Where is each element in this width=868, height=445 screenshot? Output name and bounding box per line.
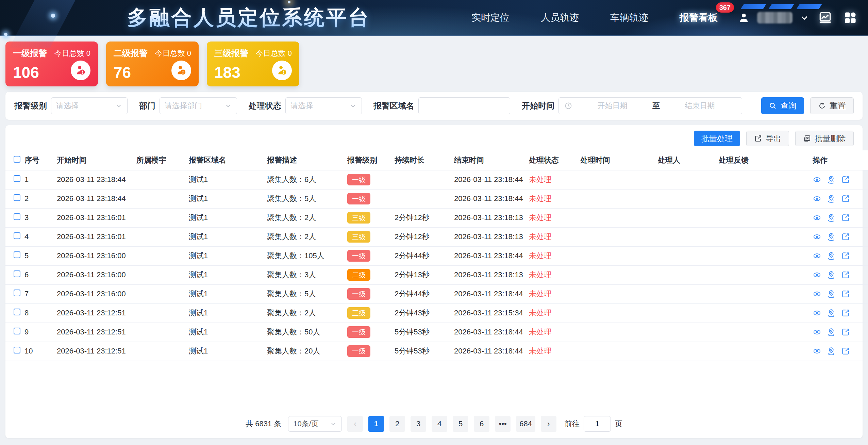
page-button[interactable]: 5 bbox=[453, 416, 468, 432]
select-all-checkbox[interactable] bbox=[14, 156, 20, 163]
edit-icon[interactable] bbox=[841, 232, 850, 241]
cell-building bbox=[136, 170, 189, 189]
row-checkbox[interactable] bbox=[14, 213, 20, 220]
row-checkbox[interactable] bbox=[14, 309, 20, 315]
nav-item-person-track[interactable]: 人员轨迹 bbox=[541, 11, 579, 24]
handle-status-select[interactable]: 请选择 bbox=[285, 97, 362, 114]
glow-dot bbox=[4, 33, 7, 36]
locate-pin-icon[interactable] bbox=[827, 251, 836, 260]
cell-no: 10 bbox=[24, 342, 57, 361]
monitor-chart-icon[interactable] bbox=[816, 9, 834, 27]
locate-pin-icon[interactable] bbox=[827, 290, 836, 298]
cell-handler bbox=[658, 323, 719, 342]
user-name-blurred[interactable] bbox=[757, 12, 792, 23]
edit-icon[interactable] bbox=[841, 213, 850, 222]
more-pages-button[interactable]: ••• bbox=[495, 416, 511, 432]
view-eye-icon[interactable] bbox=[813, 270, 821, 279]
nav-item-alarm-board[interactable]: 报警看板 367 bbox=[680, 11, 718, 24]
edit-icon[interactable] bbox=[841, 309, 850, 317]
card-level2-alarm[interactable]: 二级报警 今日总数 0 76 bbox=[106, 42, 199, 86]
end-date-placeholder: 结束日期 bbox=[663, 101, 736, 111]
app-grid-icon[interactable] bbox=[841, 9, 859, 27]
page-button[interactable]: 1 bbox=[368, 416, 384, 432]
edit-icon[interactable] bbox=[841, 175, 850, 184]
nav-item-realtime-location[interactable]: 实时定位 bbox=[471, 11, 510, 24]
view-eye-icon[interactable] bbox=[813, 309, 821, 317]
view-eye-icon[interactable] bbox=[813, 328, 821, 336]
card-label: 二级报警 bbox=[114, 48, 148, 59]
date-range-picker[interactable]: 开始日期 至 结束日期 bbox=[558, 97, 742, 114]
view-eye-icon[interactable] bbox=[813, 290, 821, 298]
row-checkbox[interactable] bbox=[14, 328, 20, 334]
page-button[interactable]: 6 bbox=[474, 416, 489, 432]
locate-pin-icon[interactable] bbox=[827, 347, 836, 356]
level-badge: 一级 bbox=[347, 193, 370, 204]
page-button[interactable]: 2 bbox=[389, 416, 405, 432]
cell-area: 测试1 bbox=[189, 189, 267, 208]
table-toolbar: 批量处理 导出 批量删除 bbox=[5, 125, 863, 150]
row-checkbox[interactable] bbox=[14, 194, 20, 201]
last-page-button[interactable]: 684 bbox=[516, 416, 535, 432]
edit-icon[interactable] bbox=[841, 251, 850, 260]
locate-pin-icon[interactable] bbox=[827, 309, 836, 317]
start-date-placeholder: 开始日期 bbox=[576, 101, 649, 111]
alarm-level-select[interactable]: 请选择 bbox=[51, 97, 128, 114]
locate-pin-icon[interactable] bbox=[827, 194, 836, 203]
cell-status: 未处理 bbox=[529, 303, 580, 323]
view-eye-icon[interactable] bbox=[813, 175, 821, 184]
batch-delete-button[interactable]: 批量删除 bbox=[795, 131, 854, 146]
locate-pin-icon[interactable] bbox=[827, 270, 836, 279]
reset-button[interactable]: 重置 bbox=[810, 97, 854, 114]
cell-area: 测试1 bbox=[189, 323, 267, 342]
card-level3-alarm[interactable]: 三级报警 今日总数 0 183 bbox=[207, 42, 299, 86]
next-page-button[interactable]: › bbox=[541, 416, 556, 432]
edit-icon[interactable] bbox=[841, 270, 850, 279]
glow-dot bbox=[51, 14, 55, 18]
cell-status: 未处理 bbox=[529, 284, 580, 303]
page-button[interactable]: 3 bbox=[411, 416, 426, 432]
alarm-person-icon bbox=[272, 61, 292, 80]
view-eye-icon[interactable] bbox=[813, 213, 821, 222]
page-size-select[interactable]: 10条/页 bbox=[288, 416, 342, 432]
cell-handler bbox=[658, 342, 719, 361]
view-eye-icon[interactable] bbox=[813, 194, 821, 203]
cell-building bbox=[136, 227, 189, 246]
cell-status: 未处理 bbox=[529, 189, 580, 208]
edit-icon[interactable] bbox=[841, 194, 850, 203]
page-size-value: 10条/页 bbox=[293, 419, 319, 429]
row-checkbox[interactable] bbox=[14, 251, 20, 258]
row-checkbox[interactable] bbox=[14, 270, 20, 277]
search-button[interactable]: 查询 bbox=[761, 97, 804, 114]
cell-no: 3 bbox=[24, 208, 57, 227]
nav-item-vehicle-track[interactable]: 车辆轨迹 bbox=[610, 11, 648, 24]
locate-pin-icon[interactable] bbox=[827, 175, 836, 184]
cell-no: 2 bbox=[24, 189, 57, 208]
date-to-label: 至 bbox=[652, 101, 660, 111]
edit-icon[interactable] bbox=[841, 347, 850, 356]
view-eye-icon[interactable] bbox=[813, 251, 821, 260]
locate-pin-icon[interactable] bbox=[827, 232, 836, 241]
cell-feedback bbox=[719, 265, 813, 284]
view-eye-icon[interactable] bbox=[813, 347, 821, 356]
edit-icon[interactable] bbox=[841, 290, 850, 298]
cell-feedback bbox=[719, 170, 813, 189]
alarm-area-input[interactable] bbox=[418, 97, 510, 114]
search-icon bbox=[769, 102, 777, 110]
card-today-total: 今日总数 0 bbox=[54, 48, 90, 59]
edit-icon[interactable] bbox=[841, 328, 850, 336]
locate-pin-icon[interactable] bbox=[827, 328, 836, 336]
row-checkbox[interactable] bbox=[14, 347, 20, 353]
batch-process-button[interactable]: 批量处理 bbox=[694, 131, 740, 146]
chevron-down-icon[interactable] bbox=[800, 13, 809, 22]
export-button[interactable]: 导出 bbox=[746, 131, 789, 146]
page-button[interactable]: 4 bbox=[432, 416, 447, 432]
locate-pin-icon[interactable] bbox=[827, 213, 836, 222]
prev-page-button[interactable]: ‹ bbox=[347, 416, 363, 432]
card-level1-alarm[interactable]: 一级报警 今日总数 0 106 bbox=[5, 42, 98, 86]
row-checkbox[interactable] bbox=[14, 175, 20, 182]
goto-page-input[interactable] bbox=[584, 416, 611, 432]
department-select[interactable]: 请选择部门 bbox=[160, 97, 237, 114]
row-checkbox[interactable] bbox=[14, 232, 20, 239]
view-eye-icon[interactable] bbox=[813, 232, 821, 241]
row-checkbox[interactable] bbox=[14, 290, 20, 296]
